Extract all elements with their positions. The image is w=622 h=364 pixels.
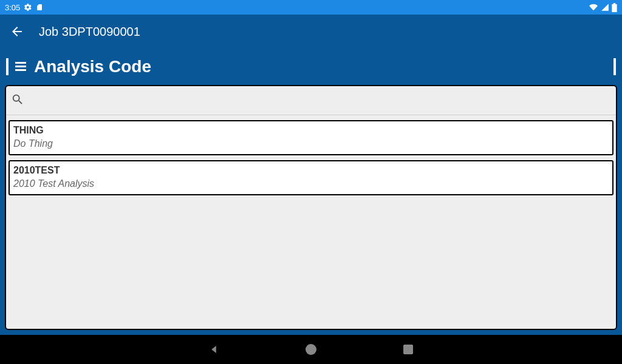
app-bar: Job 3DPT0090001: [0, 15, 622, 49]
nav-back-button[interactable]: [208, 343, 220, 356]
android-nav-bar: [0, 335, 622, 364]
status-bar: 3:05: [0, 0, 622, 15]
svg-rect-1: [15, 66, 26, 67]
search-input[interactable]: [29, 95, 611, 106]
battery-icon: [612, 3, 617, 12]
signal-icon: [601, 3, 609, 12]
list-item[interactable]: THINGDo Thing: [9, 120, 613, 155]
header-bar-right: [613, 58, 616, 75]
item-code: 2010TEST: [13, 165, 609, 176]
status-left: 3:05: [5, 3, 43, 12]
svg-rect-0: [15, 62, 26, 64]
nav-recents-button[interactable]: [402, 343, 414, 356]
list-icon: [12, 59, 29, 74]
header-bar-left: [6, 58, 9, 75]
section-title: Analysis Code: [34, 57, 613, 76]
panel: THINGDo Thing2010TEST2010 Test Analysis: [5, 85, 617, 330]
search-row: [6, 86, 616, 115]
list: THINGDo Thing2010TEST2010 Test Analysis: [6, 115, 616, 329]
item-code: THING: [13, 125, 609, 136]
back-button[interactable]: [10, 24, 24, 39]
sd-card-icon: [36, 3, 43, 12]
item-desc: 2010 Test Analysis: [13, 178, 609, 189]
section-header: Analysis Code: [0, 49, 622, 85]
content-wrap: THINGDo Thing2010TEST2010 Test Analysis: [0, 85, 622, 335]
item-desc: Do Thing: [13, 138, 609, 149]
svg-rect-2: [15, 69, 26, 71]
app-bar-title: Job 3DPT0090001: [39, 25, 140, 39]
status-right: [589, 3, 617, 12]
gear-icon: [24, 3, 32, 12]
wifi-icon: [589, 3, 598, 12]
search-icon[interactable]: [11, 93, 24, 109]
list-item[interactable]: 2010TEST2010 Test Analysis: [9, 160, 613, 195]
nav-home-button[interactable]: [305, 343, 317, 356]
status-time: 3:05: [5, 3, 20, 12]
